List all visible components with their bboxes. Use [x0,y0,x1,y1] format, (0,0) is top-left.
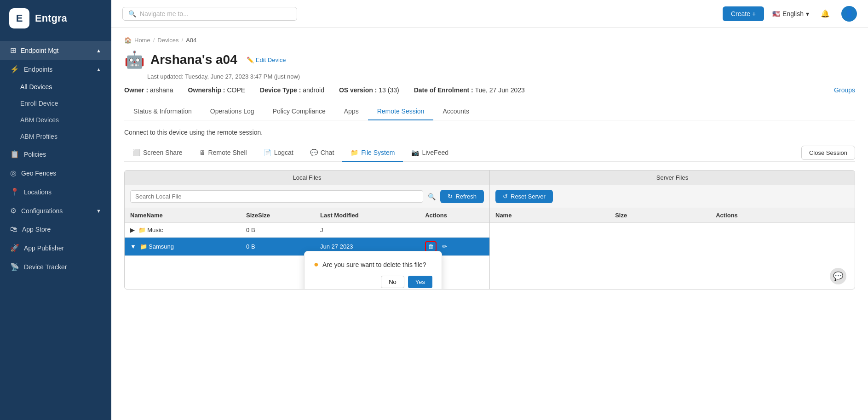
sidebar-item-abm-devices[interactable]: ABM Devices [0,112,111,128]
col-size: SizeSize [241,208,315,223]
server-files-toolbar: ↺ Reset Server [490,185,855,208]
tab-policy-compliance[interactable]: Policy Compliance [264,103,335,120]
main-content: 🔍 Navigate me to... Create + 🇺🇸 English … [111,0,868,420]
sidebar-item-device-tracker[interactable]: 📡 Device Tracker [0,257,111,276]
subtab-remote-shell[interactable]: 🖥 Remote Shell [191,144,255,162]
folder-icon-samsung: 📁 [140,243,147,250]
sidebar-item-endpoints[interactable]: ⚡ Endpoints ▲ [0,60,111,79]
last-updated-text: Last updated: Tuesday, June 27, 2023 3:4… [147,73,855,80]
refresh-button[interactable]: ↻ Refresh [440,190,484,203]
chat-bubble-button[interactable]: 💬 [830,268,846,284]
sidebar-item-enroll-device[interactable]: Enroll Device [0,95,111,112]
tab-operations-log[interactable]: Operations Log [201,103,264,120]
ownership-label: Ownership : [188,86,225,94]
lang-chevron-icon: ▾ [806,10,809,17]
delete-yes-button[interactable]: Yes [408,276,432,288]
policies-icon: 📋 [10,150,19,159]
all-devices-label: All Devices [20,83,52,91]
subtab-livefeed[interactable]: 📷 LiveFeed [403,144,457,162]
sidebar-item-all-devices[interactable]: All Devices [0,79,111,95]
owner-label: Owner : [124,86,148,94]
local-search-button[interactable]: 🔍 [428,193,436,200]
os-version-value: 13 (33) [379,86,399,94]
sidebar-item-app-store[interactable]: 🛍 App Store [0,220,111,238]
delete-no-button[interactable]: No [381,276,404,288]
server-col-size: Size [609,208,710,223]
logcat-icon: 📄 [264,149,271,156]
tab-status-information[interactable]: Status & Information [124,103,201,120]
grid-icon: ⊞ [10,46,16,55]
nav-search-bar[interactable]: 🔍 Navigate me to... [122,7,297,21]
chevron-up-icon-endpoints: ▲ [96,67,101,72]
sidebar-item-configurations[interactable]: ⚙ Configurations ▼ [0,201,111,220]
sidebar-item-geo-fences[interactable]: ◎ Geo Fences [0,164,111,182]
file-modified-music: J [315,223,420,238]
col-modified: Last Modified [315,208,420,223]
close-session-button[interactable]: Close Session [801,146,855,160]
tab-apps[interactable]: Apps [335,103,368,120]
notification-bell-button[interactable]: 🔔 [817,6,833,22]
delete-button-samsung[interactable]: 🗑 [425,241,437,252]
nav-right-area: Create + 🇺🇸 English ▾ 🔔 👤 [723,6,857,22]
app-store-label: App Store [22,226,51,233]
breadcrumb-current: A04 [186,37,196,44]
logcat-label: Logcat [274,149,293,156]
home-icon: 🏠 [124,37,132,44]
sidebar-logo: E Entgra [0,0,111,37]
edit-device-link[interactable]: ✏️ Edit Device [247,57,286,63]
breadcrumb-devices[interactable]: Devices [157,37,178,44]
remote-shell-label: Remote Shell [208,149,247,156]
expand-icon[interactable]: ▶ [130,227,135,233]
enrolment-label: Date of Enrolment : [414,86,473,94]
server-table-header-row: Name Size Actions [490,208,855,223]
file-size-music: 0 B [241,223,315,238]
geo-fences-label: Geo Fences [21,170,56,177]
device-type-value: android [303,86,324,94]
warning-icon: ● [314,260,319,269]
delete-popup-actions: No Yes [314,276,432,288]
subtab-logcat[interactable]: 📄 Logcat [255,144,302,162]
breadcrumb-home[interactable]: Home [134,37,150,44]
remote-session-sub-tabs: ⬜ Screen Share 🖥 Remote Shell 📄 Logcat 💬… [124,144,855,162]
local-search-input[interactable] [130,190,423,203]
page-content: 🏠 Home / Devices / A04 🤖 Arshana's a04 ✏… [111,28,868,420]
subtab-file-system[interactable]: 📁 File System [342,144,403,162]
reset-server-button[interactable]: ↺ Reset Server [495,190,553,203]
server-col-name: Name [490,208,609,223]
sidebar-item-policies[interactable]: 📋 Policies [0,145,111,164]
edit-device-label: Edit Device [256,57,286,63]
reset-server-label: Reset Server [511,193,546,200]
device-tracker-icon: 📡 [10,262,19,271]
app-store-icon: 🛍 [10,225,17,233]
user-avatar-button[interactable]: 👤 [841,6,857,22]
local-files-header: Local Files [125,170,489,185]
groups-link[interactable]: Groups [834,86,855,94]
language-selector[interactable]: 🇺🇸 English ▾ [772,10,809,17]
local-files-table: NameName SizeSize Last Modified Actions … [125,208,489,256]
sidebar-item-abm-profiles[interactable]: ABM Profiles [0,128,111,145]
chevron-up-icon: ▲ [96,48,101,53]
sidebar-item-endpoint-mgt[interactable]: ⊞ Endpoint Mgt ▲ [0,41,111,60]
sidebar-item-app-publisher[interactable]: 🚀 App Publisher [0,238,111,257]
chat-label: Chat [321,149,334,156]
logo-icon: E [9,8,29,28]
language-label: English [782,10,804,17]
local-files-toolbar: 🔍 ↻ Refresh [125,185,489,208]
subtab-chat[interactable]: 💬 Chat [302,144,343,162]
create-button[interactable]: Create + [723,6,764,21]
breadcrumb-sep-1: / [153,37,155,44]
file-size-samsung: 0 B [241,238,315,256]
abm-devices-label: ABM Devices [20,116,59,124]
device-type: Device Type : android [260,86,324,94]
nav-search-placeholder: Navigate me to... [140,10,189,17]
edit-icon-samsung[interactable]: ✏ [442,243,447,250]
device-ownership: Ownership : COPE [188,86,245,94]
configurations-label: Configurations [21,207,63,215]
expand-icon-samsung[interactable]: ▼ [130,243,136,250]
tab-accounts[interactable]: Accounts [433,103,478,120]
reset-icon: ↺ [503,193,508,200]
sidebar-item-locations[interactable]: 📍 Locations [0,182,111,201]
subtab-screen-share[interactable]: ⬜ Screen Share [124,144,191,162]
policies-label: Policies [24,151,46,158]
tab-remote-session[interactable]: Remote Session [368,103,434,120]
